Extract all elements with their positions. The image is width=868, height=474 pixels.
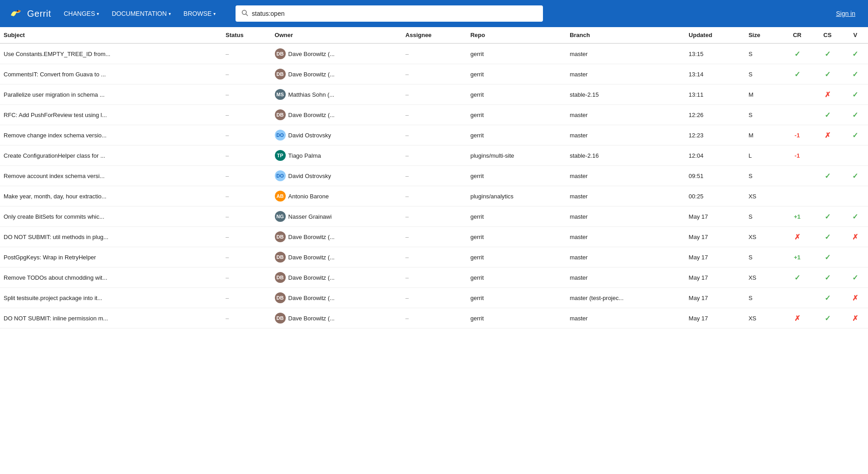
check-icon: ✓ <box>825 213 830 221</box>
owner-name: Dave Borowitz (... <box>288 71 335 78</box>
cell-cs: ✓ <box>812 227 842 247</box>
cell-branch: master <box>566 43 685 64</box>
subject-link[interactable]: Remove account index schema versi... <box>4 173 104 179</box>
cell-cr: -1 <box>782 125 812 145</box>
check-icon: ✓ <box>852 111 858 119</box>
table-row[interactable]: Create ConfigurationHelper class for ...… <box>0 145 868 166</box>
table-row[interactable]: Make year, month, day, hour extractio...… <box>0 186 868 206</box>
cell-status: – <box>222 145 271 166</box>
cell-cr <box>782 105 812 125</box>
cell-updated: May 17 <box>685 206 745 227</box>
cell-assignee: – <box>402 84 467 105</box>
cell-assignee: – <box>402 166 467 186</box>
col-header-size: Size <box>745 27 782 43</box>
subject-link[interactable]: Parallelize user migration in schema ... <box>4 91 104 98</box>
cell-v: ✗ <box>842 308 868 329</box>
avatar: TP <box>275 150 286 161</box>
subject-link[interactable]: Remove TODOs about chmodding wit... <box>4 274 107 281</box>
cell-status: – <box>222 186 271 206</box>
cell-branch: master <box>566 247 685 268</box>
cell-subject: DO NOT SUBMIT: inline permission m... <box>0 308 222 329</box>
table-row[interactable]: PostGpgKeys: Wrap in RetryHelper – DB Da… <box>0 247 868 268</box>
cell-branch: master <box>566 308 685 329</box>
cell-cr: +1 <box>782 247 812 268</box>
search-bar <box>236 5 543 22</box>
cell-v: ✓ <box>842 64 868 84</box>
cell-owner: DB Dave Borowitz (... <box>271 64 402 84</box>
check-icon: ✓ <box>825 111 830 119</box>
logo-link[interactable]: Gerrit <box>7 5 51 22</box>
sign-in-link[interactable]: Sign in <box>830 6 861 21</box>
subject-link[interactable]: Split testsuite.project package into it.… <box>4 295 102 301</box>
cell-cs: ✓ <box>812 308 842 329</box>
cell-status: – <box>222 43 271 64</box>
table-row[interactable]: Parallelize user migration in schema ...… <box>0 84 868 105</box>
subject-link[interactable]: DO NOT SUBMIT: util methods in plug... <box>4 234 108 240</box>
subject-link[interactable]: Remove change index schema versio... <box>4 132 107 139</box>
search-input[interactable] <box>252 10 538 17</box>
subject-link[interactable]: DO NOT SUBMIT: inline permission m... <box>4 315 108 322</box>
col-header-branch: Branch <box>566 27 685 43</box>
subject-link[interactable]: RFC: Add PushForReview test using l... <box>4 112 107 118</box>
cell-owner: DB Dave Borowitz (... <box>271 268 402 288</box>
table-row[interactable]: Split testsuite.project package into it.… <box>0 288 868 308</box>
owner-name: David Ostrovsky <box>288 173 331 179</box>
avatar: DB <box>275 109 286 120</box>
cell-assignee: – <box>402 288 467 308</box>
owner-name: Antonio Barone <box>288 193 329 200</box>
logo-text: Gerrit <box>27 9 51 19</box>
cross-icon: ✗ <box>852 233 858 241</box>
table-row[interactable]: DO NOT SUBMIT: util methods in plug... –… <box>0 227 868 247</box>
cell-subject: Use Constants.EMPTY_TREE_ID from... <box>0 43 222 64</box>
cell-updated: May 17 <box>685 268 745 288</box>
cross-icon: ✗ <box>794 314 800 322</box>
cell-updated: 12:26 <box>685 105 745 125</box>
cell-repo: gerrit <box>467 64 566 84</box>
cell-v: ✓ <box>842 268 868 288</box>
table-row[interactable]: DO NOT SUBMIT: inline permission m... – … <box>0 308 868 329</box>
cell-owner: DB Dave Borowitz (... <box>271 105 402 125</box>
cell-size: XS <box>745 308 782 329</box>
cell-v: ✓ <box>842 125 868 145</box>
subject-link[interactable]: PostGpgKeys: Wrap in RetryHelper <box>4 254 96 261</box>
subject-link[interactable]: Use Constants.EMPTY_TREE_ID from... <box>4 51 110 57</box>
table-row[interactable]: CommentsIT: Convert from Guava to ... – … <box>0 64 868 84</box>
cell-subject: Remove TODOs about chmodding wit... <box>0 268 222 288</box>
check-icon: ✓ <box>852 91 858 99</box>
cross-icon: ✗ <box>852 314 858 322</box>
nav-browse[interactable]: BROWSE ▾ <box>178 6 221 21</box>
cell-owner: DO David Ostrovsky <box>271 125 402 145</box>
cell-v <box>842 145 868 166</box>
col-header-repo: Repo <box>467 27 566 43</box>
cell-size: M <box>745 125 782 145</box>
subject-link[interactable]: Create ConfigurationHelper class for ... <box>4 152 105 159</box>
cell-owner: NG Nasser Grainawi <box>271 206 402 227</box>
nav-changes-label: CHANGES <box>64 10 95 17</box>
subject-link[interactable]: Make year, month, day, hour extractio... <box>4 193 106 200</box>
nav-documentation-label: DOCUMENTATION <box>112 10 167 17</box>
score-plus1: +1 <box>794 254 801 261</box>
cell-assignee: – <box>402 186 467 206</box>
check-icon: ✓ <box>852 131 858 139</box>
subject-link[interactable]: Only create BitSets for commits whic... <box>4 213 104 220</box>
cell-assignee: – <box>402 125 467 145</box>
cell-size: S <box>745 288 782 308</box>
avatar: DO <box>275 130 286 141</box>
cell-size: S <box>745 166 782 186</box>
subject-link[interactable]: CommentsIT: Convert from Guava to ... <box>4 71 106 78</box>
col-header-owner: Owner <box>271 27 402 43</box>
avatar: DB <box>275 292 286 303</box>
avatar: DB <box>275 48 286 59</box>
cell-size: XS <box>745 227 782 247</box>
table-row[interactable]: Only create BitSets for commits whic... … <box>0 206 868 227</box>
cell-v <box>842 186 868 206</box>
check-icon: ✓ <box>852 213 858 221</box>
nav-changes[interactable]: CHANGES ▾ <box>58 6 104 21</box>
cross-icon: ✗ <box>825 131 830 139</box>
nav-documentation[interactable]: DOCUMENTATION ▾ <box>106 6 176 21</box>
table-row[interactable]: RFC: Add PushForReview test using l... –… <box>0 105 868 125</box>
table-row[interactable]: Remove change index schema versio... – D… <box>0 125 868 145</box>
table-row[interactable]: Use Constants.EMPTY_TREE_ID from... – DB… <box>0 43 868 64</box>
table-row[interactable]: Remove TODOs about chmodding wit... – DB… <box>0 268 868 288</box>
table-row[interactable]: Remove account index schema versi... – D… <box>0 166 868 186</box>
